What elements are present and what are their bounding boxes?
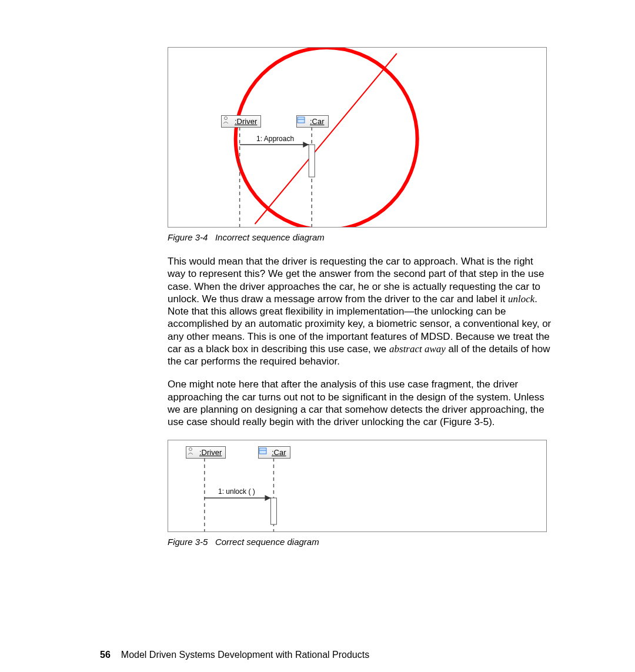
message-label: 1: Approach (256, 135, 294, 143)
class-icon (261, 449, 269, 457)
svg-point-15 (189, 448, 192, 451)
page-number: 56 (100, 650, 111, 660)
lifeline-driver: :Driver (186, 446, 226, 459)
lifeline-car: :Car (296, 115, 329, 128)
svg-marker-5 (303, 142, 309, 148)
message-label: 1: unlock ( ) (218, 487, 255, 496)
figure-3-4-caption: Figure 3-4 Incorrect sequence diagram (168, 232, 576, 242)
actor-icon (189, 449, 197, 457)
svg-rect-16 (259, 448, 266, 454)
paragraph-1: This would mean that the driver is reque… (168, 255, 553, 367)
paragraph-2: One might note here that after the analy… (168, 378, 553, 428)
svg-marker-13 (265, 495, 270, 501)
lifeline-label: :Driver (235, 117, 257, 126)
lifeline-label: :Car (272, 448, 286, 457)
lifeline-label: :Driver (199, 448, 222, 457)
svg-rect-14 (270, 498, 276, 524)
svg-rect-8 (298, 117, 305, 123)
svg-rect-6 (309, 145, 315, 177)
class-icon (299, 118, 308, 126)
book-title: Model Driven Systems Development with Ra… (121, 650, 369, 660)
page-footer: 56Model Driven Systems Development with … (100, 650, 369, 660)
lifeline-driver: :Driver (221, 115, 261, 128)
page: :Driver :Car 1: Approach Figure 3-4 Inco… (0, 0, 635, 672)
figure-3-4-frame: :Driver :Car 1: Approach (168, 47, 547, 228)
actor-icon (224, 118, 232, 126)
figure-3-5-caption: Figure 3-5 Correct sequence diagram (168, 537, 576, 547)
figure-3-5-frame: :Driver :Car 1: unlock ( ) (168, 440, 547, 532)
lifeline-car: :Car (258, 446, 290, 459)
svg-point-7 (225, 117, 228, 120)
lifeline-label: :Car (310, 117, 325, 126)
prohibition-overlay (168, 48, 546, 227)
